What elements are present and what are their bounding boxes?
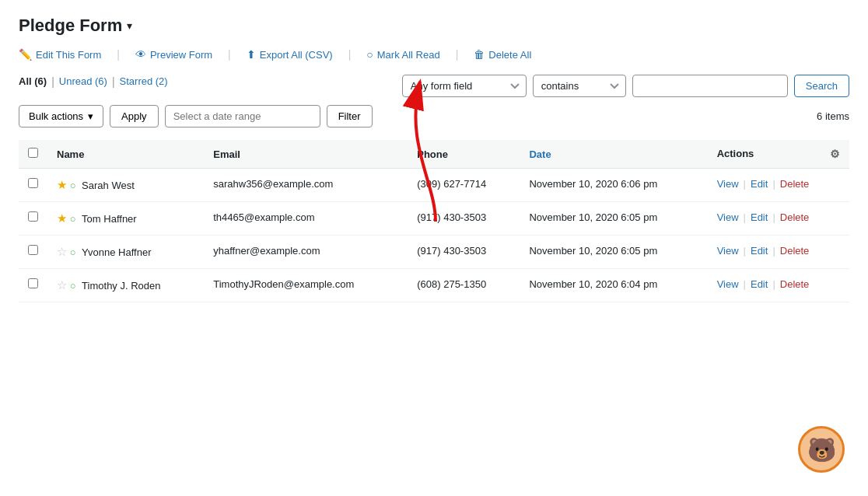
page-wrapper: Pledge Form ▾ ✏️ Edit This Form | 👁 Prev… — [0, 0, 868, 496]
col-actions: Actions ⚙ — [708, 140, 849, 169]
row-email: TimothyJRoden@example.com — [213, 278, 354, 290]
circle-icon: ○ — [366, 48, 373, 61]
row-checkbox[interactable] — [28, 278, 38, 288]
row-delete-link[interactable]: Delete — [780, 178, 810, 190]
row-date-cell: November 10, 2020 6:04 pm — [520, 269, 707, 302]
row-checkbox[interactable] — [28, 178, 38, 188]
row-phone-cell: (608) 275-1350 — [408, 269, 520, 302]
title-row: Pledge Form ▾ — [19, 16, 849, 36]
row-email-cell: th4465@example.com — [204, 202, 408, 236]
row-delete-link[interactable]: Delete — [780, 278, 810, 290]
preview-form-link[interactable]: 👁 Preview Form — [135, 48, 212, 61]
star-icon[interactable]: ☆ — [57, 245, 67, 258]
row-name: Sarah West — [82, 180, 135, 191]
row-checkbox-cell — [19, 169, 47, 202]
row-view-link[interactable]: View — [717, 178, 739, 190]
row-name-cell: ★ ○ Tom Haffner — [47, 202, 204, 236]
bulk-actions-button[interactable]: Bulk actions ▾ — [19, 105, 103, 127]
table-row: ☆ ○ Yvonne Haffner yhaffner@example.com … — [19, 236, 849, 269]
row-actions-cell: View | Edit | Delete — [708, 169, 849, 202]
star-icon[interactable]: ☆ — [57, 278, 67, 292]
condition-select[interactable]: contains — [533, 75, 626, 97]
export-icon: ⬆ — [247, 48, 256, 61]
table-row: ★ ○ Tom Haffner th4465@example.com (917)… — [19, 202, 849, 236]
row-delete-link[interactable]: Delete — [780, 245, 810, 257]
row-view-link[interactable]: View — [717, 245, 739, 257]
row-checkbox-cell — [19, 202, 47, 236]
bear-mascot-icon: 🐻 — [798, 426, 845, 473]
edit-icon: ✏️ — [19, 48, 32, 61]
row-name: Tom Haffner — [82, 213, 137, 225]
row-actions-cell: View | Edit | Delete — [708, 202, 849, 236]
read-status-icon: ○ — [70, 246, 76, 258]
row-checkbox[interactable] — [28, 211, 38, 222]
read-status-icon: ○ — [70, 180, 76, 191]
bulk-dropdown-icon: ▾ — [88, 110, 93, 122]
table-header-row: Name Email Phone Date Actions ⚙ — [19, 140, 849, 169]
filter-row: All (6) | Unread (6) | Starred (2) Any f… — [19, 75, 849, 97]
action-bar: ✏️ Edit This Form | 👁 Preview Form | ⬆ E… — [19, 48, 849, 61]
row-email: th4465@example.com — [213, 211, 314, 223]
read-status-icon: ○ — [70, 213, 76, 225]
tab-unread[interactable]: Unread (6) — [59, 75, 107, 87]
filter-controls: Any form field contains Search — [402, 75, 849, 97]
star-icon[interactable]: ★ — [57, 178, 67, 191]
delete-all-link[interactable]: 🗑 Delete All — [474, 48, 531, 61]
search-button[interactable]: Search — [794, 75, 849, 97]
row-checkbox[interactable] — [28, 245, 38, 255]
entries-table: Name Email Phone Date Actions ⚙ ★ ○ Sara… — [19, 140, 849, 302]
col-checkbox — [19, 140, 47, 169]
mark-all-read-link[interactable]: ○ Mark All Read — [366, 48, 439, 61]
row-view-link[interactable]: View — [717, 278, 739, 290]
row-date: November 10, 2020 6:05 pm — [529, 245, 657, 257]
row-edit-link[interactable]: Edit — [751, 178, 768, 190]
export-csv-link[interactable]: ⬆ Export All (CSV) — [247, 48, 333, 61]
bulk-row: Bulk actions ▾ Apply Filter 6 items — [19, 105, 849, 127]
row-edit-link[interactable]: Edit — [751, 278, 768, 290]
page-title: Pledge Form — [19, 16, 122, 36]
row-date: November 10, 2020 6:05 pm — [529, 211, 657, 223]
row-name-cell: ☆ ○ Yvonne Haffner — [47, 236, 204, 269]
trash-icon: 🗑 — [474, 48, 485, 61]
row-email-cell: TimothyJRoden@example.com — [204, 269, 408, 302]
row-name-cell: ☆ ○ Timothy J. Roden — [47, 269, 204, 302]
title-dropdown-icon[interactable]: ▾ — [127, 19, 132, 32]
row-date: November 10, 2020 6:06 pm — [529, 178, 657, 190]
select-all-checkbox[interactable] — [28, 148, 38, 158]
edit-form-link[interactable]: ✏️ Edit This Form — [19, 48, 101, 61]
star-icon[interactable]: ★ — [57, 211, 67, 225]
row-date-cell: November 10, 2020 6:05 pm — [520, 236, 707, 269]
row-checkbox-cell — [19, 269, 47, 302]
row-phone-cell: (309) 627-7714 — [408, 169, 520, 202]
row-date: November 10, 2020 6:04 pm — [529, 278, 657, 290]
col-date[interactable]: Date — [520, 140, 707, 169]
row-view-link[interactable]: View — [717, 211, 739, 223]
row-date-cell: November 10, 2020 6:06 pm — [520, 169, 707, 202]
row-phone: (309) 627-7714 — [417, 178, 486, 190]
row-name: Yvonne Haffner — [82, 246, 151, 258]
items-count: 6 items — [817, 110, 849, 122]
date-range-input[interactable] — [165, 105, 320, 127]
eye-icon: 👁 — [135, 48, 146, 61]
row-phone: (608) 275-1350 — [417, 278, 486, 290]
row-phone: (917) 430-3503 — [417, 211, 486, 223]
row-phone: (917) 430-3503 — [417, 245, 486, 257]
row-email-cell: sarahw356@example.com — [204, 169, 408, 202]
row-checkbox-cell — [19, 236, 47, 269]
tab-starred[interactable]: Starred (2) — [120, 75, 168, 87]
filter-button[interactable]: Filter — [327, 105, 373, 127]
row-delete-link[interactable]: Delete — [780, 211, 810, 223]
row-edit-link[interactable]: Edit — [751, 245, 768, 257]
tabs-row: All (6) | Unread (6) | Starred (2) — [19, 75, 396, 88]
row-actions-cell: View | Edit | Delete — [708, 269, 849, 302]
row-email-cell: yhaffner@example.com — [204, 236, 408, 269]
col-phone: Phone — [408, 140, 520, 169]
col-name: Name — [47, 140, 204, 169]
settings-icon[interactable]: ⚙ — [830, 148, 840, 160]
tab-all[interactable]: All (6) — [19, 75, 47, 87]
read-status-icon: ○ — [70, 280, 76, 292]
apply-button[interactable]: Apply — [110, 105, 159, 127]
search-input[interactable] — [632, 75, 788, 97]
field-select[interactable]: Any form field — [402, 75, 527, 97]
row-edit-link[interactable]: Edit — [751, 211, 768, 223]
